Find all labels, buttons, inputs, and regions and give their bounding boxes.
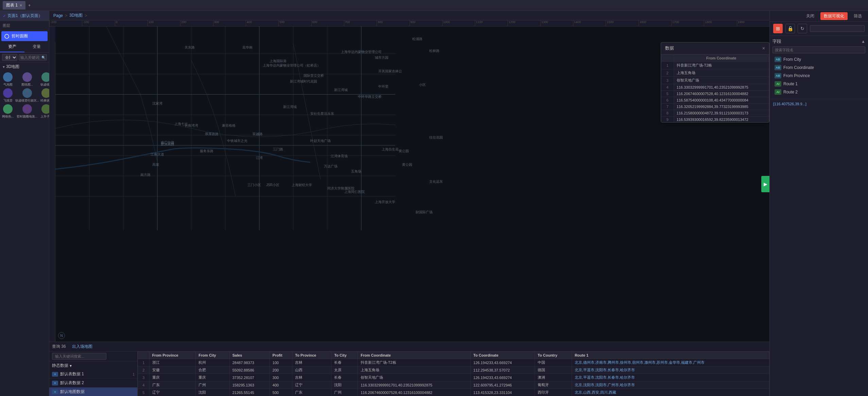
data-popup-row-idx-1: 2 [661,69,674,77]
asset-item-8[interactable]: 网格热... [2,104,14,119]
ruler-tick-100: 100 [147,20,154,26]
ruler-tick-700: 700 [344,20,350,26]
table-cell-1-4: 200 [270,366,292,374]
field-item-4[interactable]: AI Route 2 [772,88,865,96]
table-cell-3-6: 沈阳 [331,381,358,389]
tab-chart1[interactable]: 图表 1 × [3,1,25,10]
lock-tool-button[interactable]: 🔒 [785,24,795,33]
data-popup-row-6: 7 116.32052199992884,39.77323199993985 [661,104,769,110]
field-name-3: Route 1 [783,82,798,86]
asset-label-8: 网格热... [2,114,14,119]
main-layout: ✓ 页面1（默认页面） 图层 哲时圆圈 资产 变量 全部 🔍 ▾ [0,11,868,396]
data-popup-col-idx [661,55,674,62]
table-cell-3-2: 广州 [196,381,229,389]
breadcrumb-map3d[interactable]: 3D地图 [69,13,83,18]
tab-assets[interactable]: 资产 [0,42,24,52]
data-popup-row-0: 1 抖音新江湾广场-T2栋 [661,62,769,69]
data-panel-row-label-0: 默认表数据 1 [60,371,131,377]
section-3dmap[interactable]: ▾ 3D地图 [0,62,49,71]
ruler-tick-1100: 1100 [475,20,483,26]
field-item-2[interactable]: AB From Province [772,72,865,80]
table-cell-3-4: 400 [270,381,292,389]
table-cell-4-2: 沈阳 [196,389,229,396]
coord-input[interactable]: 0.0 [810,25,865,32]
data-popup-table: From Coordinate 1 抖音新江湾广场-T2栋 2 上海五角场 3 … [661,54,769,122]
table-cell-1-5: 山西 [292,366,331,374]
layer-item-circles[interactable]: 哲时圆圈 [1,31,48,41]
table-cell-4-10[interactable]: 北京,山西,西安,四川,西藏 [572,389,769,396]
field-item-1[interactable]: AB From Coordinate [772,64,865,72]
tab-chart1-close[interactable]: × [20,3,22,8]
asset-icon-8 [3,104,13,114]
left-data-panel: 静态数据 ▾ ≡ 默认表数据 1 1 ≡ 默认表数据 2 ≡ 默认地图数据 ≡ … [49,352,138,396]
table-cell-0-3: 28487.98373 [229,359,270,366]
table-cell-2-10[interactable]: 北京,平遥市,沈阳市,长春市,哈尔齐市 [572,374,769,381]
fields-expand-icon[interactable]: ▲ [861,39,865,44]
asset-label-9: 哲时圆圈地装... [15,114,39,119]
data-popup-row-7: 8 116.21580000004872,39.91121000003173 [661,110,769,116]
ruler-tick--200: -200 [49,20,56,26]
data-popup-col-value: From Coordinate [674,55,769,62]
map-container[interactable]: 松浦路关东路花华南城市方园上海华达内蒙物业管理公司松林路上海国际港上海华达内蒙物… [55,26,769,342]
query-count: 查询 36 [52,344,66,349]
page-selector[interactable]: ✓ 页面1（默认页面） [0,11,49,21]
bottom-panel: 查询 36 出入场地图 静态数据 ▾ ≡ 默认表数据 1 1 [49,342,769,396]
asset-item-1[interactable]: 图纸图... [15,72,39,87]
table-cell-3-10[interactable]: 北京,沈阳市,沈阳市,广州市,哈尔齐市 [572,381,769,389]
tab-variables[interactable]: 变量 [24,42,49,52]
table-cell-1-2: 合肥 [196,366,229,374]
table-cell-1-10[interactable]: 北京,平遥市,沈阳市,长春市,哈尔齐市 [572,366,769,374]
table-cell-2-0: 3 [138,374,150,381]
tab-add-button[interactable]: + [26,3,33,8]
field-item-0[interactable]: AB From City [772,55,865,64]
layer-name: 哲时圆圈 [12,33,28,39]
table-cell-3-1: 广东 [149,381,196,389]
asset-item-5[interactable]: 轨迹线管行政区... [15,88,39,103]
filter-select[interactable]: 全部 [2,54,17,61]
green-btn-icon: ▶ [763,181,768,187]
asset-item-0[interactable]: 气泡图 [2,72,14,87]
grid-tool-button[interactable]: ⊞ [773,24,783,33]
field-item-3[interactable]: AI Route 1 [772,80,865,88]
data-panel-row-0[interactable]: ≡ 默认表数据 1 1 [49,370,137,379]
asset-icon-0 [3,72,13,82]
static-data-chevron: ▾ [70,363,72,368]
data-popup-row-idx-8: 9 [661,116,674,123]
bottom-search-input[interactable] [52,353,106,360]
data-panel-row-2[interactable]: ≡ 默认地图数据 [49,388,137,396]
static-data-label[interactable]: 静态数据 ▾ [49,361,137,370]
breadcrumb-page[interactable]: Page [53,13,63,18]
table-header-5: To Province [292,352,331,359]
table-cell-3-0: 4 [138,381,150,389]
ruler-tick-500: 500 [278,20,284,26]
table-cell-0-10[interactable]: 北京,德州市,济南市,腾州市,徐州市,宿州市,滁州市,苏州市,金华市,福建市,广… [572,359,769,366]
table-cell-0-1: 浙江 [149,359,196,366]
data-popup-row-idx-4: 5 [661,91,674,97]
table-row-1: 2安徽合肥55092.88586200山西太原上海五角场112.294538,3… [138,366,769,374]
sidebar-tabs: 资产 变量 [0,42,49,53]
green-side-button[interactable]: ▶ [761,176,769,192]
asset-item-4[interactable]: 飞线管 [2,88,14,103]
table-header-7: From Coordinate [358,352,471,359]
tab-close-right[interactable]: 关闭 [803,12,818,20]
data-popup-close[interactable]: × [762,46,765,51]
data-panel-row-label-2: 默认地图数据 [60,389,133,395]
asset-item-9[interactable]: 哲时圆圈地装... [15,104,39,119]
export-button[interactable]: 出入场地图 [70,343,94,350]
tab-filter[interactable]: 筛选 [850,12,865,20]
table-cell-0-4: 100 [270,359,292,366]
asset-icon-1 [22,72,32,82]
refresh-icon: ↻ [800,26,804,31]
refresh-tool-button[interactable]: ↻ [798,24,807,33]
bottom-search-wrap [49,352,137,361]
field-name-2: From Province [783,73,810,78]
tab-data-viz[interactable]: 数据可视化 [820,12,848,20]
svg-point-9 [6,107,10,111]
data-popup-row-1: 2 上海五角场 [661,69,769,77]
table-cell-0-9: 中国 [535,359,572,366]
data-panel-row-1[interactable]: ≡ 默认表数据 2 [49,379,137,388]
table-cell-4-4: 500 [270,389,292,396]
data-popup-row-8: 9 116.53939300016592,39.82235900013472 [661,116,769,123]
fields-search-input[interactable] [772,47,865,53]
top-bar: 图表 1 × + [0,0,868,11]
